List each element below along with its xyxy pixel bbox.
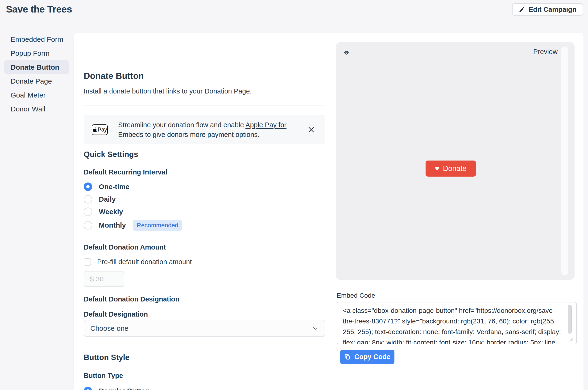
default-designation-label: Default Designation [84,310,148,318]
radio-regular-button[interactable]: Regular Button [84,387,150,390]
radio-daily[interactable]: Daily [84,195,116,203]
sidebar-item-goal-meter[interactable]: Goal Meter [4,88,69,102]
donate-button-preview[interactable]: ♥ Donate [426,160,476,177]
radio-one-time[interactable]: One-time [84,183,129,191]
radio-circle-selected[interactable] [84,183,92,191]
copy-icon [344,354,351,360]
section-description: Install a donate button that links to yo… [84,87,252,95]
radio-circle[interactable] [84,207,92,216]
donation-designation-label: Default Donation Designation [84,295,179,303]
chevron-down-icon [312,325,319,332]
radio-label: One-time [99,183,129,191]
radio-label: Daily [99,195,116,203]
default-amount-input[interactable] [84,271,124,287]
radio-weekly[interactable]: Weekly [84,207,123,216]
page-title: Save the Trees [6,4,72,15]
quick-settings-title: Quick Settings [84,150,138,159]
sidebar-item-popup-form[interactable]: Popup Form [4,46,69,60]
apple-pay-logo: Pay [92,124,108,135]
designation-select-value: Choose one [90,324,128,332]
embed-code-scrollbar-thumb[interactable] [568,305,572,334]
radio-circle-selected[interactable] [84,387,92,390]
edit-campaign-button[interactable]: Edit Campaign [512,3,583,16]
radio-label: Monthly [99,221,126,229]
checkbox-unchecked[interactable] [84,258,91,266]
button-preview-panel: Preview ♥ Donate [336,42,575,280]
edit-campaign-label: Edit Campaign [529,6,576,13]
pencil-icon [519,6,525,13]
designation-select[interactable]: Choose one [84,320,325,337]
apple-pay-banner-text: Streamline your donation flow and enable… [118,120,307,140]
copy-code-label: Copy Code [354,353,391,361]
radio-circle[interactable] [84,221,92,230]
apple-pay-banner: Pay Streamline your donation flow and en… [84,115,325,144]
recurring-interval-label: Default Recurring Interval [84,168,167,176]
embed-code-label: Embed Code [337,292,375,299]
radio-monthly[interactable]: Monthly Recommended [84,221,182,230]
sidebar-item-donate-button[interactable]: Donate Button [4,60,69,74]
donate-button-settings-card: Donate Button Install a donate button th… [74,33,584,390]
textarea-resize-handle[interactable] [568,337,574,342]
button-type-label: Button Type [84,372,123,380]
button-style-title: Button Style [84,353,129,362]
sidebar-item-donate-page[interactable]: Donate Page [4,74,69,88]
banner-text-before: Streamline your donation flow and enable [118,121,245,129]
settings-column: Donate Button Install a donate button th… [84,33,325,390]
copy-code-button[interactable]: Copy Code [340,350,394,364]
divider [84,105,325,106]
apple-icon [92,127,97,133]
heart-icon: ♥ [435,165,439,172]
radio-label: Weekly [99,208,123,216]
section-title: Donate Button [84,71,144,81]
preview-scrollbar[interactable] [561,47,568,276]
donate-button-label: Donate [443,164,467,173]
campaign-tools-sidebar: Embedded Form Popup Form Donate Button D… [4,32,69,116]
apple-pay-badge-text: Pay [98,127,107,133]
sidebar-item-donor-wall[interactable]: Donor Wall [4,102,69,116]
embed-code-textarea[interactable]: <a class="dbox-donation-page-button" hre… [337,302,577,344]
recommended-badge: Recommended [133,220,182,231]
checkbox-label: Pre-fill default donation amount [97,258,192,266]
radio-circle[interactable] [84,195,92,203]
close-icon[interactable] [307,126,315,134]
donation-amount-label: Default Donation Amount [84,244,166,251]
preview-label: Preview [533,48,558,56]
radio-label: Regular Button [99,387,150,390]
divider [84,345,325,345]
preview-eye-icon [343,49,351,56]
banner-text-after: to give donors more payment options. [143,131,259,138]
donorbox-campaign-tools-page: Save the Trees Edit Campaign Embedded Fo… [0,0,588,390]
prefill-amount-checkbox-row[interactable]: Pre-fill default donation amount [84,258,192,266]
sidebar-item-embedded-form[interactable]: Embedded Form [4,32,69,46]
